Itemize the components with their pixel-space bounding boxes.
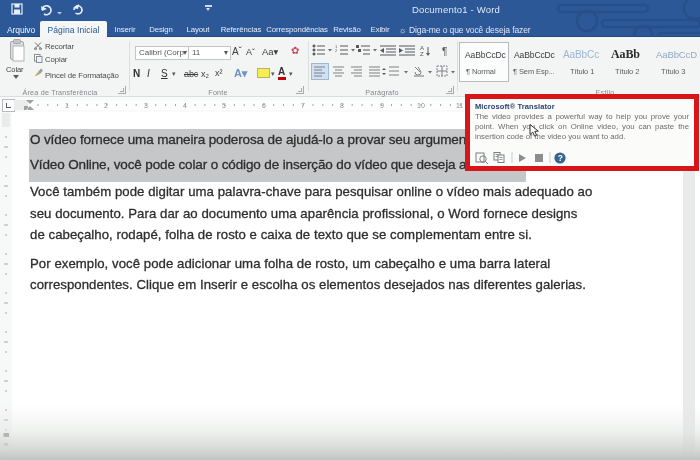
svg-text:Z: Z [420, 51, 424, 57]
svg-text:?: ? [558, 153, 563, 163]
svg-text:5: 5 [222, 102, 226, 109]
svg-text:¶: ¶ [442, 46, 447, 57]
svg-text:2: 2 [104, 102, 108, 109]
svg-text:2: 2 [335, 48, 338, 53]
svg-text:11: 11 [456, 102, 463, 109]
